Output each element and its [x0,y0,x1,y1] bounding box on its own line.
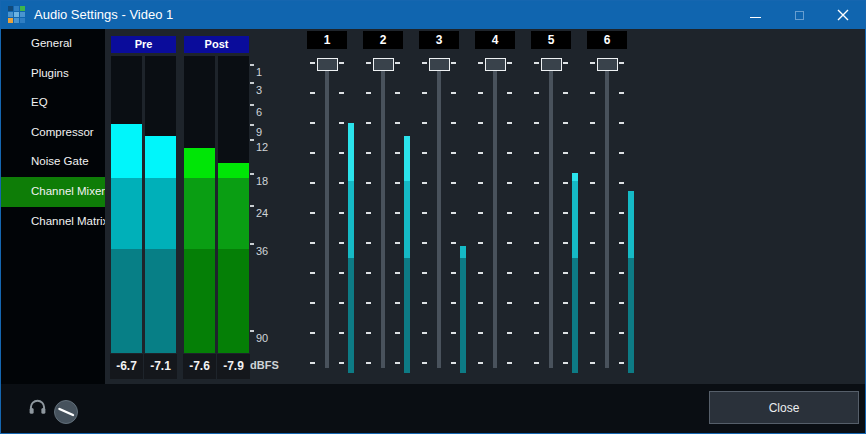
maximize-button [777,1,821,29]
channel-3-slider-handle[interactable] [429,58,450,71]
minimize-icon [750,17,761,18]
channel-4-slider-track[interactable] [493,59,497,368]
app-logo-icon [8,6,27,25]
footer-bar: Close [1,384,865,434]
knob-indicator-icon [55,401,77,423]
channel-1-slider-handle[interactable] [317,58,338,71]
headphones-icon [28,398,47,415]
channel-5-slider-track[interactable] [549,59,553,368]
close-button[interactable]: Close [709,391,859,424]
logo-square-4 [14,12,19,17]
logo-square-3 [8,12,13,17]
channel-2-slider-track[interactable] [381,59,385,368]
logo-square-5 [20,12,25,17]
channel-5-slider-handle[interactable] [541,58,562,71]
audio-settings-window: Audio Settings - Video 1 GeneralPluginsE… [0,0,866,434]
logo-square-1 [14,6,19,11]
logo-square-0 [8,6,13,11]
channel-1-slider-track[interactable] [325,59,329,368]
channel-4-slider-handle[interactable] [485,58,506,71]
window-title: Audio Settings - Video 1 [34,1,173,29]
sidebar-item-noise-gate[interactable]: Noise Gate [1,147,105,177]
main-panel [105,29,866,384]
sidebar-item-plugins[interactable]: Plugins [1,59,105,89]
sidebar-item-general[interactable]: General [1,29,105,59]
logo-square-8 [20,18,25,23]
logo-square-6 [8,18,13,23]
window-controls [733,1,865,29]
sidebar-item-channel-matrix[interactable]: Channel Matrix [1,207,105,237]
minimize-button[interactable] [733,1,777,29]
close-window-button[interactable] [821,1,865,29]
logo-square-7 [14,18,19,23]
close-icon [837,9,849,21]
sidebar-item-eq[interactable]: EQ [1,88,105,118]
sidebar-item-compressor[interactable]: Compressor [1,118,105,148]
channel-2-slider-handle[interactable] [373,58,394,71]
headphone-volume-knob[interactable] [54,400,78,424]
channel-6-slider-handle[interactable] [597,58,618,71]
sidebar: GeneralPluginsEQCompressorNoise GateChan… [1,29,105,384]
channel-6-slider-track[interactable] [605,59,609,368]
channel-3-slider-track[interactable] [437,59,441,368]
sidebar-item-channel-mixer[interactable]: Channel Mixer [1,177,105,207]
logo-square-2 [20,6,25,11]
titlebar[interactable]: Audio Settings - Video 1 [1,1,865,29]
maximize-icon [795,11,804,20]
